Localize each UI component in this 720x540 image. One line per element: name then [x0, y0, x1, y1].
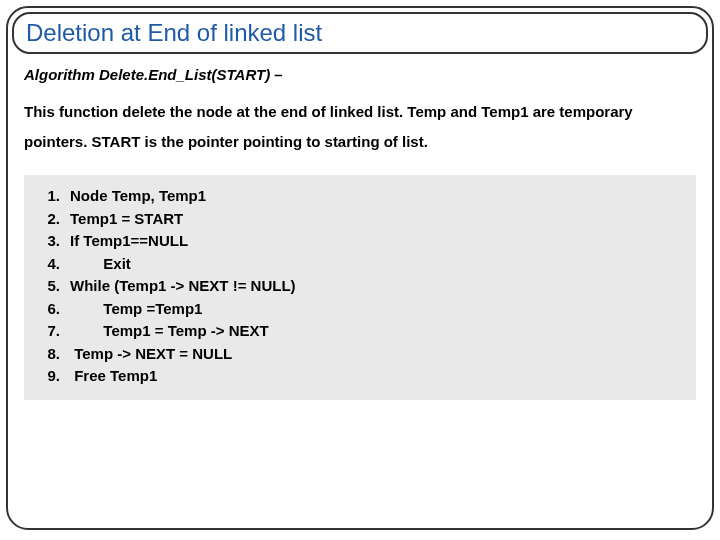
code-line-text: Node Temp, Temp1	[70, 185, 206, 208]
code-line-number: 3.	[36, 230, 60, 253]
title-bar: Deletion at End of linked list	[12, 12, 708, 54]
code-line: 8. Temp -> NEXT = NULL	[36, 343, 684, 366]
slide-body: Algorithm Delete.End_List(START) – This …	[24, 66, 696, 400]
code-line: 3.If Temp1==NULL	[36, 230, 684, 253]
algorithm-code-block: 1.Node Temp, Temp1 2.Temp1 = START 3.If …	[24, 175, 696, 400]
code-line: 6. Temp =Temp1	[36, 298, 684, 321]
code-line-text: Temp1 = Temp -> NEXT	[70, 320, 269, 343]
code-line-number: 6.	[36, 298, 60, 321]
code-line: 1.Node Temp, Temp1	[36, 185, 684, 208]
code-line-number: 7.	[36, 320, 60, 343]
code-line-number: 8.	[36, 343, 60, 366]
code-line-number: 2.	[36, 208, 60, 231]
slide-title: Deletion at End of linked list	[26, 19, 322, 47]
code-line: 2.Temp1 = START	[36, 208, 684, 231]
algorithm-description: This function delete the node at the end…	[24, 97, 696, 157]
code-line-number: 9.	[36, 365, 60, 388]
code-line-number: 1.	[36, 185, 60, 208]
code-line-text: Temp1 = START	[70, 208, 183, 231]
code-line: 5.While (Temp1 -> NEXT != NULL)	[36, 275, 684, 298]
code-line-text: Temp =Temp1	[70, 298, 202, 321]
code-line-text: Exit	[70, 253, 131, 276]
slide-frame: Deletion at End of linked list Algorithm…	[6, 6, 714, 530]
code-line: 7. Temp1 = Temp -> NEXT	[36, 320, 684, 343]
code-line-number: 4.	[36, 253, 60, 276]
code-line-number: 5.	[36, 275, 60, 298]
code-line-text: If Temp1==NULL	[70, 230, 188, 253]
code-line-text: While (Temp1 -> NEXT != NULL)	[70, 275, 296, 298]
code-line: 9. Free Temp1	[36, 365, 684, 388]
algorithm-heading: Algorithm Delete.End_List(START) –	[24, 66, 696, 83]
code-line-text: Temp -> NEXT = NULL	[70, 343, 232, 366]
slide: Deletion at End of linked list Algorithm…	[0, 0, 720, 540]
code-line: 4. Exit	[36, 253, 684, 276]
code-line-text: Free Temp1	[70, 365, 157, 388]
